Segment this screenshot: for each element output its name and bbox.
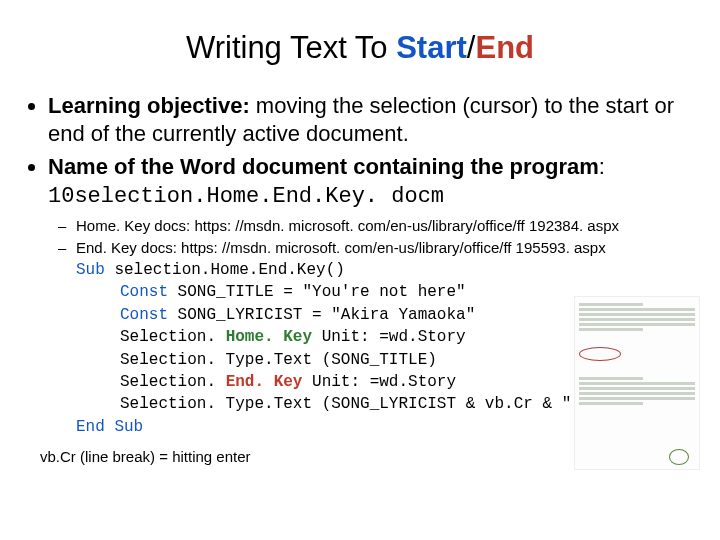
bullet-learning-objective: Learning objective: moving the selection… bbox=[48, 92, 696, 147]
homekey-docs-link: Home. Key docs: https: //msdn. microsoft… bbox=[76, 216, 696, 236]
thumbnail-green-circle-icon bbox=[669, 449, 689, 465]
title-end: End bbox=[475, 30, 534, 65]
bullet-learning-objective-label: Learning objective: bbox=[48, 93, 250, 118]
bullet-doc-name-colon: : bbox=[599, 154, 605, 179]
const-song-lyricist: SONG_LYRICIST = "Akira Yamaoka" bbox=[168, 306, 475, 324]
sel-homekey-pre: Selection. bbox=[120, 328, 226, 346]
kw-const-1: Const bbox=[120, 283, 168, 301]
kw-sub: Sub bbox=[76, 261, 105, 279]
bullet-doc-name-code: 10selection.Home.End.Key. docm bbox=[48, 184, 444, 209]
bullet-doc-name-label: Name of the Word document containing the… bbox=[48, 154, 599, 179]
slide-title: Writing Text To Start/End bbox=[24, 30, 696, 66]
endkey-call: End. Key bbox=[226, 373, 303, 391]
thumbnail-red-oval-icon bbox=[579, 347, 621, 361]
document-thumbnail bbox=[574, 296, 700, 470]
const-song-title: SONG_TITLE = "You're not here" bbox=[168, 283, 466, 301]
homekey-call: Home. Key bbox=[226, 328, 312, 346]
sub-name: selection.Home.End.Key() bbox=[105, 261, 345, 279]
sel-endkey-pre: Selection. bbox=[120, 373, 226, 391]
slide: Writing Text To Start/End Learning objec… bbox=[0, 0, 720, 540]
title-part-1: Writing Text To bbox=[186, 30, 396, 65]
sel-endkey-post: Unit: =wd.Story bbox=[302, 373, 456, 391]
title-start: Start bbox=[396, 30, 467, 65]
endkey-docs-link: End. Key docs: https: //msdn. microsoft.… bbox=[76, 238, 696, 258]
kw-const-2: Const bbox=[120, 306, 168, 324]
sel-homekey-post: Unit: =wd.Story bbox=[312, 328, 466, 346]
